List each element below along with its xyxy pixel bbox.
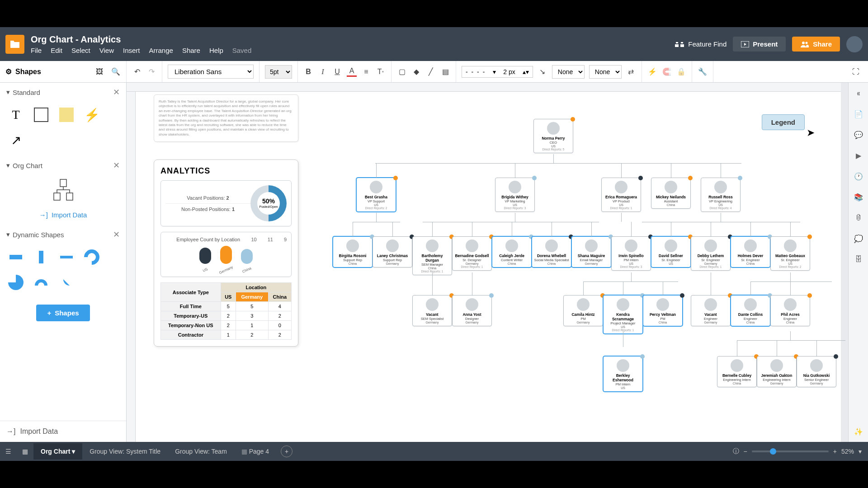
org-node[interactable]: Bernadine Godsell Sr. Designer Germany D… [452,236,492,271]
arc-shape[interactable] [32,273,51,292]
bolt-shape[interactable]: ⚡ [82,105,101,124]
arrow-end-select[interactable]: None [589,65,622,79]
org-node[interactable]: Vacant SEM Specialist Germany [412,295,452,326]
chat-icon[interactable]: 💭 [853,233,864,244]
analytics-panel[interactable]: ANALYTICS Vacant Positions: 2 Non-Posted… [154,160,298,347]
legend-button[interactable]: Legend [762,114,805,130]
notes-icon[interactable]: 📄 [853,108,864,120]
database-icon[interactable]: 🗄 [853,253,864,265]
share-button[interactable]: Share [792,37,840,52]
magic-icon[interactable]: ✨ [853,426,864,437]
org-node[interactable]: Shana Maguire Email Manager Germany [571,236,611,267]
tab-org-chart[interactable]: Org Chart ▾ [33,443,82,460]
bold-button[interactable]: B [303,67,313,77]
org-node[interactable]: Percy Veltman PM China [643,295,683,326]
underline-button[interactable]: U [332,67,342,77]
zoom-out-button[interactable]: − [744,448,747,455]
comment-icon[interactable]: 💬 [853,129,864,141]
bar-h-shape[interactable] [6,248,25,267]
orgchart-panel-header[interactable]: ▾Org Chart ✕ [0,156,126,175]
org-node[interactable]: Laney Christmas Support Rep Germany [373,236,412,267]
info-icon[interactable]: ⓘ [733,447,739,455]
shape-options-button[interactable]: ▤ [440,67,450,77]
swap-button[interactable]: ⇄ [626,67,636,77]
tab-group-system[interactable]: Group View: System Title [82,443,168,460]
wedge-shape[interactable] [57,273,76,292]
collapse-rail-button[interactable]: « [854,87,862,99]
org-node[interactable]: Norma Perry CEO US Direct Reports: 5 [533,119,573,153]
org-node[interactable]: Bernelle Cubley Engineering Intern China [717,356,757,387]
data-icon[interactable]: 🛢 [853,212,864,224]
org-chart-canvas[interactable]: Legend ➤ Norma Perry CEO US Direct Repor… [316,105,823,442]
connector-button[interactable]: ↘ [538,67,547,77]
tab-group-team[interactable]: Group View: Team [168,443,234,460]
menu-view[interactable]: View [99,47,114,54]
redo-button[interactable]: ↷ [146,67,156,77]
folder-icon[interactable] [5,35,24,54]
org-node[interactable]: Debby Lethem Sr. Engineer Germany Direct… [691,236,731,271]
org-node[interactable]: Irwin Spinello PM Intern US Direct Repor… [611,236,651,271]
text-shape[interactable]: T [6,105,25,124]
font-size-select[interactable]: 5pt [265,65,292,79]
org-node[interactable]: Russell Ross VP Engineering US Direct Re… [701,178,741,212]
org-node[interactable]: Holmes Dever Sr. Engineer China [731,236,770,267]
org-node[interactable]: Best Grasha VP Support US Direct Reports… [356,178,396,212]
org-node[interactable]: Anna Yost Designer Germany [452,295,492,326]
fill-button[interactable]: ◆ [411,67,421,77]
org-node[interactable]: David Sellner Sr. Engineer US [651,236,691,267]
fullscreen-button[interactable]: ⛶ [851,67,861,77]
zoom-slider[interactable] [752,450,829,452]
org-node[interactable]: Camila Hintz PM Germany [563,295,603,326]
feature-find-button[interactable]: Feature Find [675,40,726,48]
bar-v-shape[interactable] [32,248,51,267]
close-icon[interactable]: ✕ [113,160,120,170]
org-node[interactable]: Erica Romaguera VP Product US Direct Rep… [601,178,641,212]
zoom-level[interactable]: 52% [841,448,854,455]
present-icon[interactable]: ▶ [853,150,864,161]
org-node[interactable]: Brigida Withey VP Marketing US Direct Re… [495,178,535,212]
shape-style-button[interactable]: ▢ [397,67,407,77]
import-data-bottom[interactable]: →] Import Data [0,421,126,442]
org-node[interactable]: Caleigh Jerde Content Writer China [492,236,532,267]
org-chart-shape-icon[interactable] [50,178,76,201]
document-title[interactable]: Org Chart - Analytics [31,34,675,45]
add-page-button[interactable]: + [281,446,292,457]
standard-panel-header[interactable]: ▾Standard ✕ [0,83,126,102]
font-family-select[interactable]: Liberation Sans [168,65,254,79]
present-button[interactable]: Present [733,37,786,52]
arrow-shape[interactable]: ↗ [6,131,25,150]
add-shapes-button[interactable]: + Shapes [36,305,90,321]
description-note[interactable]: Ruth Talley is the Talent Acquisition Di… [154,94,298,142]
undo-button[interactable]: ↶ [132,67,142,77]
menu-select[interactable]: Select [71,47,90,54]
menu-edit[interactable]: Edit [51,47,62,54]
menu-arrange[interactable]: Arrange [149,47,173,54]
magnet-icon[interactable]: 🧲 [662,67,672,77]
image-icon[interactable]: 🖼 [94,67,104,77]
history-icon[interactable]: 🕐 [853,170,864,182]
flash-icon[interactable]: ⚡ [647,67,657,77]
org-node[interactable]: Vacant Engineer Germany [691,295,731,326]
zoom-in-button[interactable]: + [833,448,837,455]
org-node[interactable]: Phil Acres Engineer China [770,295,810,326]
list-view-icon[interactable]: ☰ [0,448,17,455]
org-node[interactable]: Kendra Scrammage Project Manager US Dire… [603,295,643,334]
close-icon[interactable]: ✕ [113,87,120,97]
menu-file[interactable]: File [31,47,42,54]
menu-share[interactable]: Share [182,47,200,54]
text-format-button[interactable]: T× [376,67,386,77]
wrench-icon[interactable]: 🔧 [698,67,708,77]
menu-help[interactable]: Help [209,47,223,54]
org-node[interactable]: Mickey Neilands Assistant China [651,178,691,209]
menu-insert[interactable]: Insert [123,47,140,54]
lock-icon[interactable]: 🔒 [676,67,686,77]
org-node[interactable]: Jeremiah Oakton Engineering Intern Germa… [757,356,797,387]
org-node[interactable]: Berkley Esherwood PM Intern US [603,356,643,392]
bar-thin-shape[interactable] [57,248,76,267]
rectangle-shape[interactable] [32,105,51,124]
org-node[interactable]: Dorena Whebell Social Media Specialist C… [532,236,571,267]
tab-page-4[interactable]: ▦ Page 4 [234,443,276,460]
line-style-select[interactable]: - - - -▾ 2 px▴▾ [462,66,533,78]
search-icon[interactable]: 🔍 [111,67,121,77]
canvas-area[interactable]: Ruth Talley is the Talent Acquisition Di… [127,83,848,442]
